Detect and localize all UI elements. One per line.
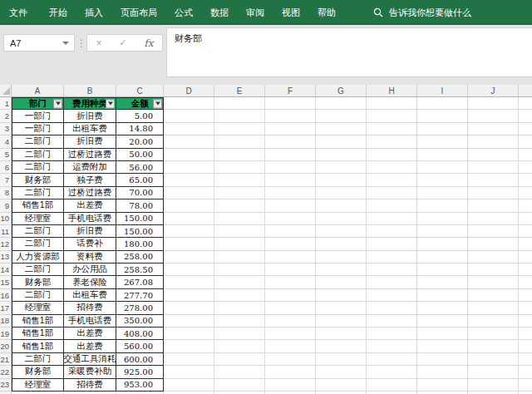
cell-E14[interactable]	[214, 263, 265, 276]
cell-D22[interactable]	[164, 366, 214, 378]
cell-G15[interactable]	[316, 276, 367, 288]
cell-B20[interactable]: 出差费	[64, 340, 116, 352]
cell-A17[interactable]: 经理室	[12, 302, 64, 314]
cell-B12[interactable]: 话费补	[64, 238, 116, 250]
row-header-11[interactable]: 11	[0, 225, 12, 238]
cell-E2[interactable]	[214, 110, 265, 122]
ribbon-tab-5[interactable]: 数据	[210, 7, 229, 19]
insert-function-icon[interactable]: fx	[144, 37, 153, 49]
cell-D23[interactable]	[164, 379, 214, 392]
cell-F13[interactable]	[265, 251, 316, 263]
ribbon-tab-3[interactable]: 页面布局	[121, 7, 157, 19]
cell-H22[interactable]	[367, 366, 417, 378]
cell-E13[interactable]	[214, 251, 265, 263]
row-header-13[interactable]: 13	[0, 251, 12, 263]
cell-D4[interactable]	[164, 135, 214, 148]
cell-G17[interactable]	[316, 302, 367, 314]
cell-F10[interactable]	[265, 213, 316, 225]
select-all-button[interactable]	[0, 85, 12, 97]
row-header-23[interactable]: 23	[0, 379, 12, 392]
cell-C14[interactable]: 258.50	[116, 263, 164, 276]
cell-B14[interactable]: 办公用品	[64, 263, 116, 276]
cell-J7[interactable]	[468, 174, 519, 186]
cell-A1[interactable]: 部门	[12, 97, 64, 110]
cell-G14[interactable]	[316, 263, 367, 276]
cell-I23[interactable]	[417, 379, 468, 392]
cell-A20[interactable]: 销售1部	[12, 340, 64, 352]
cell-A4[interactable]: 二部门	[12, 135, 64, 148]
cell-J6[interactable]	[468, 161, 519, 174]
cell-H8[interactable]	[367, 187, 417, 199]
cell-I17[interactable]	[417, 302, 468, 314]
active-cell[interactable]: 财务部	[12, 174, 64, 186]
cell-J23[interactable]	[468, 379, 519, 392]
cell-H14[interactable]	[367, 263, 417, 276]
cell-K4[interactable]	[519, 135, 532, 148]
cell-I4[interactable]	[417, 135, 468, 148]
cell-B23[interactable]: 招待费	[64, 379, 116, 392]
cell-C4[interactable]: 20.00	[116, 135, 164, 148]
cell-I1[interactable]	[417, 97, 468, 110]
cell-B18[interactable]: 手机电话费	[64, 315, 116, 328]
cell-H20[interactable]	[367, 340, 417, 352]
ribbon-tab-2[interactable]: 插入	[85, 7, 103, 19]
cell-I5[interactable]	[417, 149, 468, 161]
row-header-17[interactable]: 17	[0, 302, 12, 314]
ribbon-tab-1[interactable]: 开始	[49, 7, 67, 19]
row-header-10[interactable]: 10	[0, 213, 12, 225]
cell-A12[interactable]: 二部门	[12, 238, 64, 250]
cell-B17[interactable]: 招待费	[64, 302, 116, 314]
cell-B15[interactable]: 养老保险	[64, 276, 116, 288]
cell-G9[interactable]	[316, 199, 367, 212]
cell-H13[interactable]	[367, 251, 417, 263]
formula-bar-input[interactable]: 财务部	[166, 27, 532, 77]
cell-F15[interactable]	[265, 276, 316, 288]
row-header-2[interactable]: 2	[0, 110, 12, 122]
cell-H2[interactable]	[367, 110, 417, 122]
cell-D15[interactable]	[164, 276, 214, 288]
row-header-9[interactable]: 9	[0, 199, 12, 212]
cell-K14[interactable]	[519, 263, 532, 276]
cell-J12[interactable]	[468, 238, 519, 250]
cell-E12[interactable]	[214, 238, 265, 250]
cell-K2[interactable]	[519, 110, 532, 122]
cell-A13[interactable]: 人力资源部	[12, 251, 64, 263]
cell-B22[interactable]: 采暖费补助	[64, 366, 116, 378]
cell-B10[interactable]: 手机电话费	[64, 213, 116, 225]
cell-C17[interactable]: 278.00	[116, 302, 164, 314]
cell-J21[interactable]	[468, 353, 519, 366]
cell-A16[interactable]: 二部门	[12, 289, 64, 302]
cell-G16[interactable]	[316, 289, 367, 302]
cell-C15[interactable]: 267.08	[116, 276, 164, 288]
cell-C6[interactable]: 56.00	[116, 161, 164, 174]
cell-H12[interactable]	[367, 238, 417, 250]
cell-F22[interactable]	[265, 366, 316, 378]
cell-I11[interactable]	[417, 225, 468, 238]
cell-J10[interactable]	[468, 213, 519, 225]
row-header-15[interactable]: 15	[0, 276, 12, 288]
cell-I8[interactable]	[417, 187, 468, 199]
cell-F18[interactable]	[265, 315, 316, 328]
cell-I16[interactable]	[417, 289, 468, 302]
ribbon-tab-7[interactable]: 视图	[282, 7, 300, 19]
cell-B2[interactable]: 折旧费	[64, 110, 116, 122]
cell-G12[interactable]	[316, 238, 367, 250]
cell-H23[interactable]	[367, 379, 417, 392]
cell-K7[interactable]	[519, 174, 532, 186]
row-header-18[interactable]: 18	[0, 315, 12, 328]
cell-I14[interactable]	[417, 263, 468, 276]
cell-J9[interactable]	[468, 199, 519, 212]
cell-F1[interactable]	[265, 97, 316, 110]
cell-F12[interactable]	[265, 238, 316, 250]
cell-I7[interactable]	[417, 174, 468, 186]
cell-J22[interactable]	[468, 366, 519, 378]
cell-A5[interactable]: 二部门	[12, 149, 64, 161]
cell-C8[interactable]: 70.00	[116, 187, 164, 199]
cell-D8[interactable]	[164, 187, 214, 199]
cell-A14[interactable]: 二部门	[12, 263, 64, 276]
cell-B19[interactable]: 出差费	[64, 328, 116, 340]
cell-E21[interactable]	[214, 353, 265, 366]
cell-E5[interactable]	[214, 149, 265, 161]
cell-D12[interactable]	[164, 238, 214, 250]
cell-C23[interactable]: 953.00	[116, 379, 164, 392]
